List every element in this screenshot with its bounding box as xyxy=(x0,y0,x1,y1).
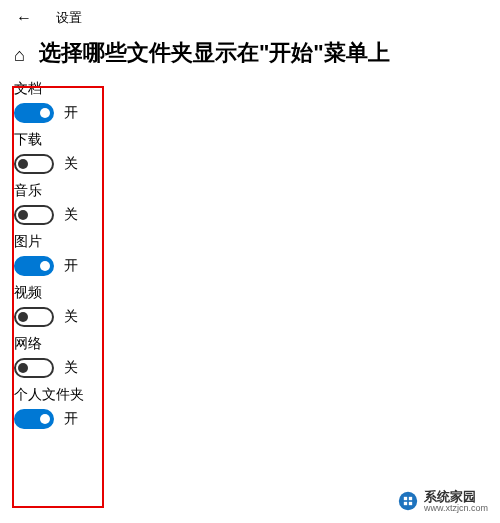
toggle-row: 关 xyxy=(14,154,486,174)
option-network: 网络关 xyxy=(14,335,486,378)
watermark-sub: www.xtzjcn.com xyxy=(424,504,488,513)
option-pictures: 图片开 xyxy=(14,233,486,276)
watermark-main: 系统家园 xyxy=(424,489,476,504)
svg-rect-2 xyxy=(409,497,412,500)
app-name: 设置 xyxy=(56,9,82,27)
option-label: 下载 xyxy=(14,131,486,149)
toggle-music[interactable] xyxy=(14,205,54,225)
toggle-row: 关 xyxy=(14,307,486,327)
option-label: 个人文件夹 xyxy=(14,386,486,404)
watermark: 系统家园 www.xtzjcn.com xyxy=(394,488,492,515)
option-label: 音乐 xyxy=(14,182,486,200)
titlebar: ← 设置 xyxy=(0,0,500,32)
toggle-personal[interactable] xyxy=(14,409,54,429)
svg-rect-3 xyxy=(404,502,407,505)
options-list: 文档开下载关音乐关图片开视频关网络关个人文件夹开 xyxy=(0,76,500,445)
toggle-state-text: 关 xyxy=(64,155,78,173)
toggle-row: 开 xyxy=(14,256,486,276)
option-videos: 视频关 xyxy=(14,284,486,327)
toggle-downloads[interactable] xyxy=(14,154,54,174)
option-label: 网络 xyxy=(14,335,486,353)
page-header: ⌂ 选择哪些文件夹显示在"开始"菜单上 xyxy=(0,32,500,76)
toggle-state-text: 关 xyxy=(64,206,78,224)
option-music: 音乐关 xyxy=(14,182,486,225)
watermark-text: 系统家园 www.xtzjcn.com xyxy=(424,490,488,513)
toggle-row: 关 xyxy=(14,358,486,378)
svg-rect-4 xyxy=(409,502,412,505)
option-label: 图片 xyxy=(14,233,486,251)
watermark-icon xyxy=(398,491,418,511)
toggle-state-text: 关 xyxy=(64,308,78,326)
back-arrow-icon[interactable]: ← xyxy=(10,8,38,28)
toggle-state-text: 开 xyxy=(64,257,78,275)
option-label: 文档 xyxy=(14,80,486,98)
toggle-state-text: 关 xyxy=(64,359,78,377)
svg-point-0 xyxy=(399,492,417,510)
option-personal: 个人文件夹开 xyxy=(14,386,486,429)
option-downloads: 下载关 xyxy=(14,131,486,174)
toggle-network[interactable] xyxy=(14,358,54,378)
option-documents: 文档开 xyxy=(14,80,486,123)
toggle-row: 开 xyxy=(14,409,486,429)
toggle-row: 关 xyxy=(14,205,486,225)
option-label: 视频 xyxy=(14,284,486,302)
svg-rect-1 xyxy=(404,497,407,500)
toggle-documents[interactable] xyxy=(14,103,54,123)
home-icon[interactable]: ⌂ xyxy=(14,46,25,64)
toggle-state-text: 开 xyxy=(64,104,78,122)
page-title: 选择哪些文件夹显示在"开始"菜单上 xyxy=(39,38,390,68)
toggle-state-text: 开 xyxy=(64,410,78,428)
toggle-videos[interactable] xyxy=(14,307,54,327)
toggle-pictures[interactable] xyxy=(14,256,54,276)
toggle-row: 开 xyxy=(14,103,486,123)
